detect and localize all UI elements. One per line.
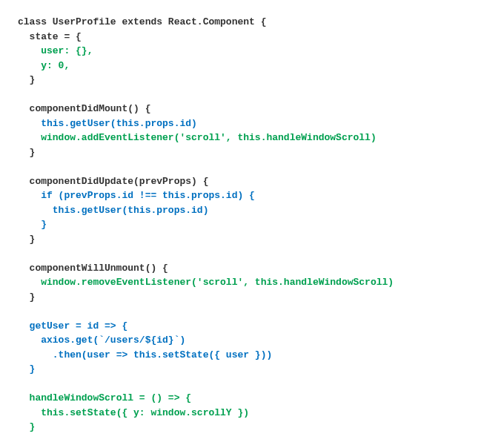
- code-line: if (prevProps.id !== this.props.id) {: [18, 190, 255, 201]
- code-line: getUser = id => {: [18, 320, 127, 332]
- code-line: componentWillUnmount() {: [18, 263, 168, 274]
- code-line: }: [18, 219, 47, 230]
- code-line: this.getUser(this.props.id): [18, 205, 208, 216]
- code-line: }: [18, 147, 35, 158]
- code-line: state = {: [18, 31, 82, 42]
- code-line: }: [18, 234, 35, 245]
- code-line: }: [18, 363, 35, 375]
- code-line: user: {},: [18, 45, 93, 56]
- code-line: this.setState({ y: window.scrollY }): [18, 407, 249, 418]
- code-line: window.addEventListener('scroll', this.h…: [18, 132, 377, 143]
- code-line: }: [18, 421, 35, 432]
- code-line: axios.get(`/users/${id}`): [18, 335, 185, 346]
- code-line: handleWindowScroll = () => {: [18, 392, 191, 403]
- code-line: .then(user => this.setState({ user })): [18, 349, 272, 360]
- code-line: this.getUser(this.props.id): [18, 118, 197, 129]
- code-line: class UserProfile extends React.Componen…: [18, 16, 266, 27]
- code-line: componentDidUpdate(prevProps) {: [18, 176, 208, 187]
- code-block: class UserProfile extends React.Componen…: [18, 15, 486, 448]
- code-line: }: [18, 74, 35, 85]
- code-line: }: [18, 291, 35, 303]
- code-line: window.removeEventListener('scroll', thi…: [18, 277, 394, 288]
- code-line: y: 0,: [18, 60, 70, 71]
- code-line: componentDidMount() {: [18, 103, 150, 114]
